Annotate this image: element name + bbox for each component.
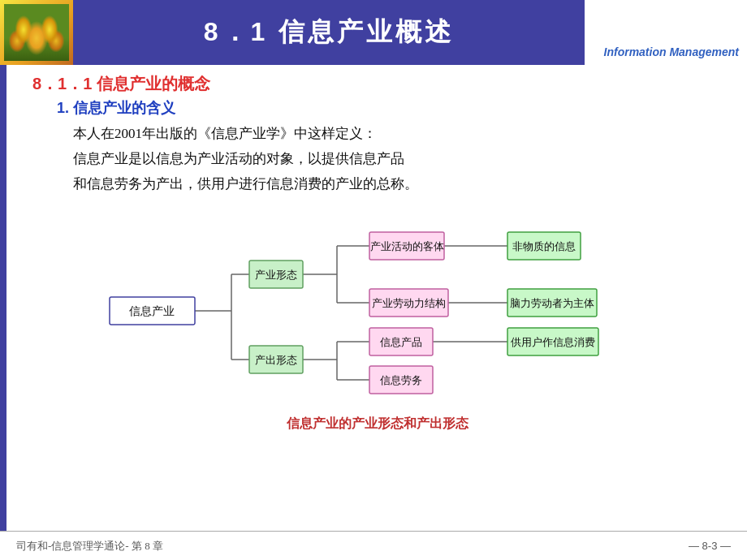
svg-text:产业形态: 产业形态 [255,269,297,281]
concept-diagram: 信息产业 产业形态 产出形态 产业活动的客体 产业劳动力结构 信息产品 信息劳务… [69,209,686,412]
sub-heading: 1. 信息产业的含义 [57,98,723,118]
svg-text:产业劳动力结构: 产业劳动力结构 [372,297,446,309]
diagram-caption: 信息产业的产业形态和产出形态 [32,416,723,433]
svg-text:信息产品: 信息产品 [380,336,422,348]
course-name: Information Management [604,45,739,58]
footer-page-number: — 8-3 — [689,540,731,552]
header: 8．1 信息产业概述 Information Management [0,0,747,65]
svg-text:非物质的信息: 非物质的信息 [512,240,576,252]
section-heading: 8．1．1 信息产业的概念 [32,73,723,95]
diagram-area: 信息产业 产业形态 产出形态 产业活动的客体 产业劳动力结构 信息产品 信息劳务… [32,209,723,453]
main-content: 8．1．1 信息产业的概念 1. 信息产业的含义 本人在2001年出版的《信息产… [0,65,747,461]
paragraph-2: 信息产业是以信息为产业活动的对象，以提供信息产品 [73,148,723,171]
paragraph-1: 本人在2001年出版的《信息产业学》中这样定义： [73,123,723,146]
paragraph-3: 和信息劳务为产出，供用户进行信息消费的产业的总称。 [73,173,723,196]
svg-text:供用户作信息消费: 供用户作信息消费 [511,336,595,348]
svg-text:产出形态: 产出形态 [255,354,297,366]
svg-text:产业活动的客体: 产业活动的客体 [370,240,444,252]
blue-accent-strip [0,65,6,552]
header-subtitle-area: Information Management [585,0,747,65]
footer-left-text: 司有和-信息管理学通论- 第 8 章 [16,539,163,554]
svg-text:信息产业: 信息产业 [129,305,175,317]
flower-image [0,0,73,65]
svg-text:信息劳务: 信息劳务 [380,374,422,386]
header-title-bar: 8．1 信息产业概述 [73,0,585,65]
svg-text:脑力劳动者为主体: 脑力劳动者为主体 [510,297,594,309]
footer: 司有和-信息管理学通论- 第 8 章 — 8-3 — [0,531,747,560]
slide-title: 8．1 信息产业概述 [204,15,454,50]
